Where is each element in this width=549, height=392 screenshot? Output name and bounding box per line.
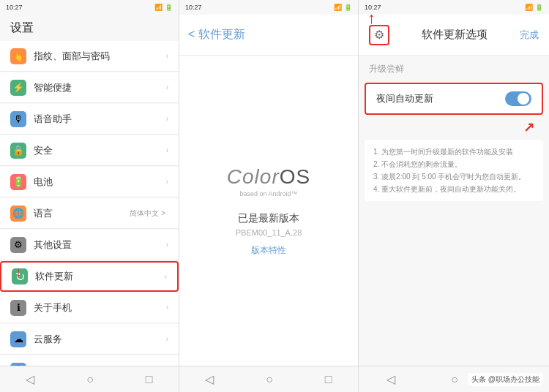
coloros-content: ColorOS based on Android™ 已是最新版本 PBEМ00_… [179, 56, 358, 366]
red-arrow-down-1: ↓ [15, 263, 22, 280]
battery-icon: 🔋 [10, 174, 26, 190]
nav-recent-2[interactable]: □ [325, 373, 332, 386]
arrow-smart: › [166, 83, 168, 91]
panel3-title: 软件更新选项 [389, 28, 520, 42]
desc-line-3: 3. 凌晨2:00 到 5:00 手机会守时为您自动更新。 [373, 170, 534, 183]
cloud-icon: ☁ [10, 331, 26, 347]
panel3-header: ⚙ 软件更新选项 完成 ↑ [359, 15, 549, 56]
toggle-switch-night[interactable] [505, 91, 531, 106]
arrow-battery: › [166, 178, 168, 186]
section-label: 升级尝鲜 [359, 56, 549, 80]
software-update-panel: 10:27 📶 🔋 < 软件更新 ColorOS based on Androi… [179, 0, 359, 392]
nav-back-1[interactable]: ◁ [26, 372, 34, 386]
menu-item-account[interactable]: 👤 其他账号 › [0, 355, 179, 366]
arrow-about: › [166, 304, 168, 312]
version-label: 已是最新版本 [238, 212, 299, 225]
arrow-security: › [166, 146, 168, 154]
menu-item-update[interactable]: ↻ 软件更新 › [0, 261, 179, 292]
about-icon: ℹ [10, 300, 26, 316]
status-icons-3: 📶 🔋 [525, 4, 543, 11]
back-button[interactable]: < 软件更新 [188, 27, 245, 42]
menu-item-voice[interactable]: 🎙 语音助手 › [0, 104, 179, 135]
language-icon: 🌐 [10, 206, 26, 222]
red-arrow-right-container: ↗ [359, 119, 534, 135]
nav-home-2[interactable]: ○ [266, 373, 273, 386]
arrow-other-settings: › [166, 241, 168, 249]
description-box: 1. 为您第一时间升级最新的软件功能及安装 2. 不会消耗您的剩余流量。 3. … [365, 140, 543, 201]
panel2-header: < 软件更新 [179, 15, 358, 56]
settings-panel: 10:27 📶 🔋 设置 👆 指纹、面部与密码 › ⚡ 智能便捷 › 🎙 语音助… [0, 0, 179, 392]
red-arrow-right: ↗ [523, 119, 534, 135]
status-icons-1: 📶 🔋 [154, 4, 173, 11]
security-icon: 🔒 [10, 143, 26, 159]
status-icons-2: 📶 🔋 [334, 4, 352, 11]
menu-label-language: 语言 [34, 207, 130, 220]
arrow-fingerprint: › [166, 52, 168, 60]
menu-label-voice: 语音助手 [34, 113, 166, 126]
menu-label-update: 软件更新 [35, 270, 165, 283]
coloros-logo: ColorOS [227, 165, 310, 189]
menu-label-other-settings: 其他设置 [34, 238, 166, 252]
menu-list: 👆 指纹、面部与密码 › ⚡ 智能便捷 › 🎙 语音助手 › 🔒 安全 › 🔋 … [0, 41, 179, 366]
time-1: 10:27 [6, 4, 23, 11]
toggle-item-night-update[interactable]: 夜间自动更新 [365, 83, 543, 115]
menu-label-battery: 电池 [34, 176, 166, 189]
menu-item-fingerprint[interactable]: 👆 指纹、面部与密码 › [0, 41, 179, 72]
account-icon: 👤 [10, 363, 26, 366]
settings-title: 设置 [0, 15, 179, 41]
other-settings-icon: ⚙ [10, 237, 26, 253]
menu-label-smart: 智能便捷 [34, 81, 166, 94]
menu-label-security: 安全 [34, 144, 166, 157]
menu-label-about: 关于手机 [34, 301, 166, 314]
menu-item-language[interactable]: 🌐 语言 简体中文 > [0, 198, 179, 229]
menu-label-cloud: 云服务 [34, 333, 166, 346]
update-options-panel: 10:27 📶 🔋 ⚙ 软件更新选项 完成 ↑ 升级尝鲜 夜间自动更新 ↗ 1.… [359, 0, 549, 392]
menu-item-other-settings[interactable]: ⚙ 其他设置 › ↓ [0, 230, 179, 260]
bottom-nav-1: ◁ ○ □ [0, 366, 179, 392]
menu-item-about[interactable]: ℹ 关于手机 › [0, 293, 179, 323]
arrow-update: › [165, 273, 167, 281]
status-bar-1: 10:27 📶 🔋 [0, 0, 179, 15]
menu-label-account: 其他账号 [34, 364, 166, 366]
red-arrow-up: ↑ [367, 9, 376, 28]
voice-icon: 🎙 [10, 111, 26, 127]
desc-line-2: 2. 不会消耗您的剩余流量。 [373, 158, 534, 170]
nav-home-3[interactable]: ○ [451, 373, 458, 386]
nav-home-1[interactable]: ○ [86, 373, 94, 386]
status-bar-3: 10:27 📶 🔋 [359, 0, 549, 15]
menu-item-battery[interactable]: 🔋 电池 › [0, 167, 179, 197]
smart-icon: ⚡ [10, 80, 26, 96]
menu-item-security[interactable]: 🔒 安全 › [0, 135, 179, 166]
menu-item-smart[interactable]: ⚡ 智能便捷 › [0, 72, 179, 103]
coloros-based: based on Android™ [239, 190, 297, 197]
desc-line-4: 4. 重大软件更新前，夜间自动更新功能关闭。 [373, 183, 534, 195]
bottom-nav-2: ◁ ○ □ [179, 366, 358, 392]
done-button[interactable]: 完成 [520, 29, 539, 42]
watermark: 头条 @职场办公技能 [468, 373, 543, 386]
toggle-knob-night [518, 93, 529, 105]
fingerprint-icon: 👆 [10, 48, 26, 64]
arrow-cloud: › [166, 335, 168, 343]
features-label[interactable]: 版本特性 [251, 244, 286, 257]
arrow-voice: › [166, 115, 168, 123]
time-2: 10:27 [185, 4, 202, 11]
menu-item-cloud[interactable]: ☁ 云服务 › [0, 324, 179, 355]
build-number: PBEМ00_11_A.28 [236, 228, 302, 237]
desc-line-1: 1. 为您第一时间升级最新的软件功能及安装 [373, 146, 534, 158]
nav-recent-1[interactable]: □ [146, 373, 153, 386]
nav-back-3[interactable]: ◁ [386, 372, 395, 386]
toggle-label-night: 夜间自动更新 [376, 92, 505, 105]
nav-back-2[interactable]: ◁ [205, 372, 214, 386]
menu-label-fingerprint: 指纹、面部与密码 [34, 50, 166, 63]
status-bar-2: 10:27 📶 🔋 [179, 0, 358, 15]
menu-sub-language: 简体中文 > [130, 208, 165, 219]
